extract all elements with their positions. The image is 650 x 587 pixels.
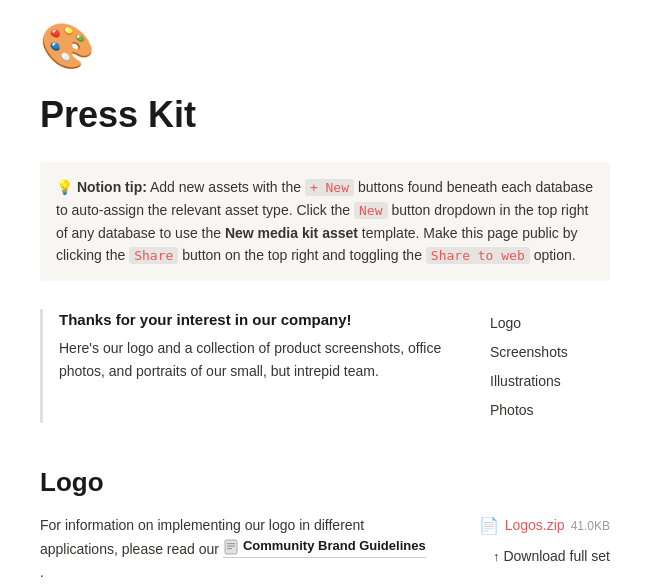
- file-zip-icon: 📄: [479, 514, 499, 538]
- upload-icon: ↑: [493, 547, 500, 567]
- logo-desc-suffix: .: [40, 564, 44, 580]
- file-size: 41.0KB: [571, 517, 610, 535]
- bold-template-name: New media kit asset: [225, 225, 358, 241]
- tip-text-part5: button on the top right and toggling the: [182, 247, 426, 263]
- logo-section-title: Logo: [40, 463, 610, 502]
- share-to-web-code: Share to web: [426, 247, 530, 264]
- logo-content: For information on implementing our logo…: [40, 514, 610, 584]
- plus-new-code: + New: [305, 179, 354, 196]
- tip-text-part1: Add new assets with the: [150, 179, 305, 195]
- file-name: Logos.zip: [505, 515, 565, 536]
- svg-rect-1: [227, 543, 235, 544]
- svg-rect-0: [225, 540, 237, 554]
- logos-zip-link[interactable]: 📄 Logos.zip 41.0KB: [479, 514, 610, 538]
- download-area: 📄 Logos.zip 41.0KB ↑ Download full set: [450, 514, 610, 567]
- toc-item-photos[interactable]: Photos: [490, 398, 610, 423]
- brand-link-text: Community Brand Guidelines: [243, 536, 426, 557]
- notion-page-icon: [223, 539, 239, 555]
- toc-item-illustrations[interactable]: Illustrations: [490, 369, 610, 394]
- svg-rect-2: [227, 545, 235, 546]
- tip-text-part6: option.: [534, 247, 576, 263]
- table-of-contents: Logo Screenshots Illustrations Photos: [490, 309, 610, 423]
- toc-item-screenshots[interactable]: Screenshots: [490, 340, 610, 365]
- logo-description: For information on implementing our logo…: [40, 514, 430, 584]
- new-code: New: [354, 202, 387, 219]
- intro-text-block: Thanks for your interest in our company!…: [40, 309, 450, 423]
- toc-item-logo[interactable]: Logo: [490, 311, 610, 336]
- tip-icon: 💡: [56, 179, 73, 195]
- page-title: Press Kit: [40, 88, 610, 142]
- logo-section: Logo For information on implementing our…: [40, 463, 610, 584]
- tip-label: Notion tip:: [77, 179, 147, 195]
- share-code: Share: [129, 247, 178, 264]
- svg-rect-3: [227, 548, 232, 549]
- intro-body: Here's our logo and a collection of prod…: [59, 337, 450, 382]
- palette-icon: 🎨: [40, 24, 88, 72]
- tip-box: 💡 Notion tip: Add new assets with the + …: [40, 162, 610, 281]
- download-full-set-link[interactable]: ↑ Download full set: [493, 546, 610, 567]
- intro-heading: Thanks for your interest in our company!: [59, 309, 450, 332]
- download-label: Download full set: [503, 546, 610, 567]
- community-brand-guidelines-link[interactable]: Community Brand Guidelines: [223, 536, 426, 558]
- intro-section: Thanks for your interest in our company!…: [40, 309, 610, 423]
